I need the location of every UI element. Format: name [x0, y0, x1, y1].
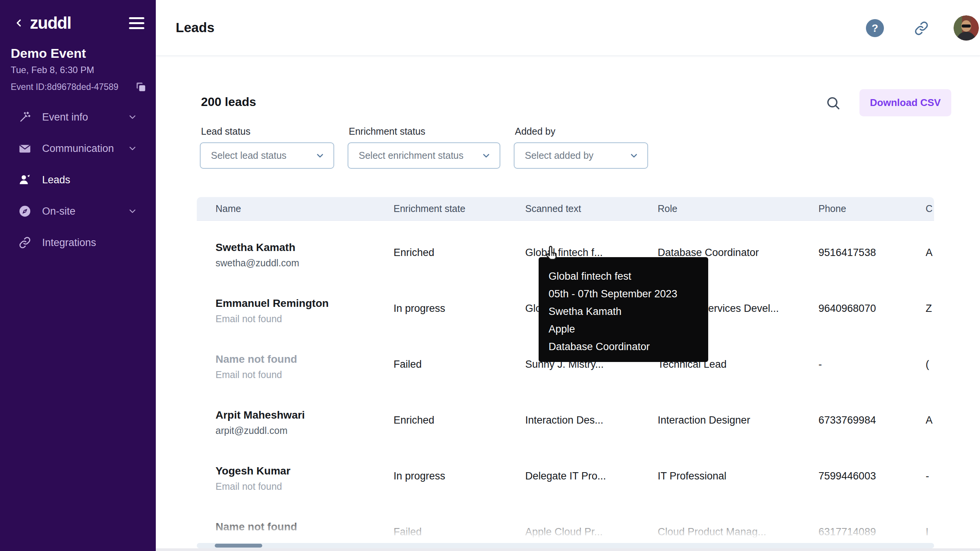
company-clipped: A: [926, 221, 934, 277]
column-header-scanned-text: Scanned text: [525, 203, 658, 214]
lead-email: arpit@zuddl.com: [216, 425, 394, 436]
chevron-down-icon: [315, 151, 325, 161]
lead-email: Email not found: [216, 369, 394, 380]
lead-name: Name not found: [216, 520, 394, 533]
tooltip-line: 05th - 07th September 2023: [549, 285, 698, 303]
sidebar-item-on-site[interactable]: On-site: [0, 196, 156, 227]
lead-email: swetha@zuddl.com: [216, 258, 394, 269]
back-chevron-icon[interactable]: [12, 16, 25, 29]
lead-email: Email not found: [216, 481, 394, 492]
sidebar-item-label: Leads: [42, 174, 70, 186]
tooltip-line: Global fintech fest: [549, 267, 698, 285]
added-by-select[interactable]: Select added by: [514, 142, 648, 169]
role: Interaction Designer: [658, 388, 818, 444]
enrichment-status-select[interactable]: Select enrichment status: [348, 142, 500, 169]
compass-icon: [18, 205, 32, 218]
phone: 6733769984: [818, 388, 926, 444]
lead-name: Yogesh Kumar: [216, 465, 394, 477]
sidebar-header: zuddl: [12, 13, 144, 33]
enrichment-status-label: Enrichment status: [349, 126, 425, 137]
wand-icon: [18, 111, 32, 123]
sidebar: zuddl Demo Event Tue, Feb 8, 6:30 PM Eve…: [0, 0, 156, 551]
scanned-text[interactable]: Delegate IT Pro...: [525, 444, 658, 500]
table-row[interactable]: Name not found Email not found Failed Ap…: [197, 500, 934, 548]
download-csv-button[interactable]: Download CSV: [859, 89, 951, 116]
chevron-down-icon: [127, 112, 137, 122]
lead-status-placeholder: Select lead status: [211, 150, 286, 161]
tooltip-line: Database Coordinator: [549, 338, 698, 355]
company-clipped: I: [926, 500, 934, 548]
mail-icon: [18, 142, 32, 155]
sidebar-item-label: Integrations: [42, 237, 96, 249]
sidebar-item-integrations[interactable]: Integrations: [0, 227, 156, 258]
lead-name: Swetha Kamath: [216, 241, 394, 254]
help-icon[interactable]: ?: [866, 19, 884, 37]
table-row[interactable]: Yogesh Kumar Email not found In progress…: [197, 444, 934, 500]
enrichment-state: Enriched: [394, 221, 525, 277]
phone: 6317714089: [818, 500, 926, 548]
event-id: Event ID:8d9678ded-47589: [11, 82, 118, 92]
company-clipped: Z: [926, 277, 934, 333]
sidebar-item-event-info[interactable]: Event info: [0, 101, 156, 133]
leads-table: Name Enrichment state Scanned text Role …: [197, 197, 934, 548]
sidebar-item-label: On-site: [42, 205, 75, 217]
sidebar-item-communication[interactable]: Communication: [0, 133, 156, 164]
event-id-row: Event ID:8d9678ded-47589: [11, 81, 147, 93]
horizontal-scrollbar[interactable]: [197, 543, 934, 548]
search-icon[interactable]: [825, 95, 841, 111]
copy-icon[interactable]: [135, 81, 147, 93]
role: IT Professional: [658, 444, 818, 500]
lead-status-label: Lead status: [201, 126, 250, 137]
tooltip-line: Apple: [549, 320, 698, 338]
company-clipped: (: [926, 333, 934, 388]
column-header-role: Role: [658, 203, 818, 214]
chevron-down-icon: [481, 151, 491, 161]
scanned-text[interactable]: Apple Cloud Pr...: [525, 500, 658, 548]
scanned-text[interactable]: Interaction Des...: [525, 388, 658, 444]
phone: 7599446003: [818, 444, 926, 500]
share-link-icon[interactable]: [914, 21, 929, 36]
chevron-down-icon: [127, 206, 137, 216]
phone: 9516417538: [818, 221, 926, 277]
zuddl-logo: zuddl: [30, 13, 71, 33]
table-header-row: Name Enrichment state Scanned text Role …: [197, 197, 934, 221]
topbar: Leads ?: [156, 0, 980, 56]
person-icon: [18, 173, 32, 186]
avatar[interactable]: [954, 15, 979, 41]
added-by-label: Added by: [515, 126, 555, 137]
phone: -: [818, 333, 926, 388]
lead-count: 200 leads: [201, 95, 256, 109]
scanned-text-tooltip: Global fintech fest 05th - 07th Septembe…: [539, 257, 708, 362]
tooltip-line: Swetha Kamath: [549, 303, 698, 320]
column-header-company-clipped: C: [926, 203, 934, 214]
mouse-pointer-icon: [543, 245, 560, 262]
lead-name: Name not found: [216, 353, 394, 365]
enrichment-state: In progress: [394, 444, 525, 500]
chevron-down-icon: [127, 143, 137, 153]
role: Cloud Product Manag...: [658, 500, 818, 548]
column-header-name: Name: [216, 203, 394, 214]
table-row[interactable]: Arpit Maheshwari arpit@zuddl.com Enriche…: [197, 388, 934, 444]
page-title: Leads: [176, 20, 214, 35]
company-clipped: -: [926, 444, 934, 500]
company-clipped: A: [926, 388, 934, 444]
lead-status-select[interactable]: Select lead status: [200, 142, 334, 169]
enrichment-status-placeholder: Select enrichment status: [359, 150, 464, 161]
sidebar-item-label: Event info: [42, 111, 88, 123]
chevron-down-icon: [629, 151, 639, 161]
event-datetime: Tue, Feb 8, 6:30 PM: [11, 65, 94, 75]
enrichment-state: In progress: [394, 277, 525, 333]
lead-name: Arpit Maheshwari: [216, 409, 394, 421]
enrichment-state: Enriched: [394, 388, 525, 444]
enrichment-state: Failed: [394, 333, 525, 388]
enrichment-state: Failed: [394, 500, 525, 548]
window-bottom-edge: [156, 548, 980, 551]
hamburger-menu-icon[interactable]: [129, 16, 144, 29]
phone: 9640968070: [818, 277, 926, 333]
lead-name: Emmanuel Remington: [216, 297, 394, 310]
sidebar-nav: Event info Communication Leads On-sit: [0, 101, 156, 258]
scrollbar-thumb[interactable]: [215, 544, 262, 548]
sidebar-item-leads[interactable]: Leads: [0, 164, 156, 196]
lead-email: Email not found: [216, 313, 394, 324]
link-icon: [18, 236, 32, 249]
